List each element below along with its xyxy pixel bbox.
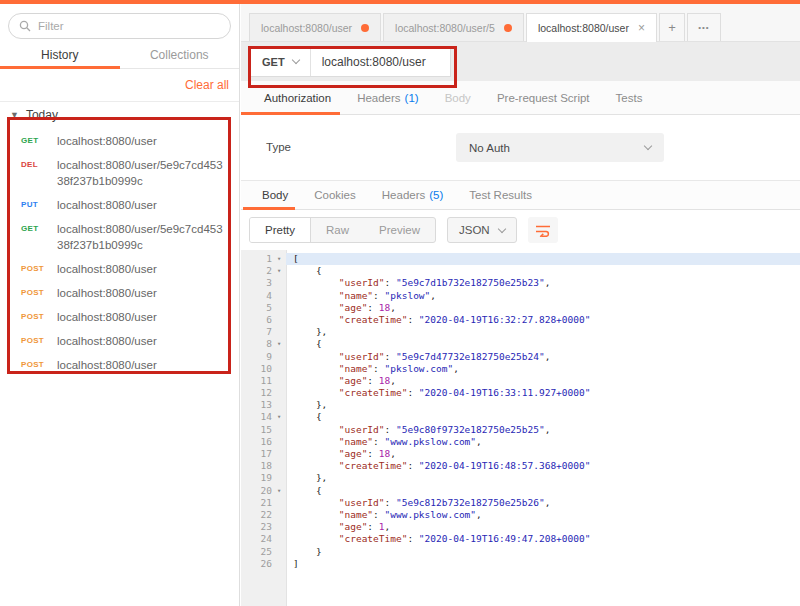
- line-gutter: 26: [241, 558, 286, 570]
- request-tab[interactable]: localhost:8080/user/5: [383, 13, 524, 41]
- request-tab-label: localhost:8080/user/5: [395, 22, 495, 34]
- view-mode-pretty[interactable]: Pretty: [250, 218, 311, 242]
- history-list: GETlocalhost:8080/userDELlocalhost:8080/…: [0, 125, 239, 377]
- more-tabs-button[interactable]: •••: [687, 13, 721, 41]
- token-k: "name": [293, 290, 373, 301]
- tab-history[interactable]: History: [0, 45, 120, 68]
- fold-spacer: [272, 290, 286, 302]
- token-p: {: [293, 338, 322, 349]
- token-n: 18: [379, 302, 390, 313]
- close-icon[interactable]: ×: [638, 22, 645, 34]
- tab-strip: localhost:8080/userlocalhost:8080/user/5…: [241, 4, 800, 42]
- tab-label: Authorization: [264, 92, 331, 104]
- fold-toggle-icon[interactable]: ▾: [272, 411, 286, 423]
- history-item[interactable]: GETlocalhost:8080/user: [0, 129, 239, 153]
- view-mode-group: PrettyRawPreview: [249, 217, 436, 243]
- tab-label: Body: [445, 92, 471, 104]
- line-gutter: 13: [241, 399, 286, 411]
- token-k: "userId": [293, 351, 385, 362]
- history-item[interactable]: DELlocalhost:8080/user/5e9c7cd45338f237b…: [0, 153, 239, 193]
- token-p: :: [385, 277, 396, 288]
- new-tab-button[interactable]: +: [659, 13, 685, 41]
- fold-toggle-icon[interactable]: ▾: [272, 265, 286, 277]
- tab-authorization[interactable]: Authorization: [251, 81, 344, 114]
- line-gutter: 19: [241, 472, 286, 484]
- code-text: {: [286, 411, 800, 423]
- fold-spacer: [272, 558, 286, 570]
- history-item[interactable]: GETlocalhost:8080/user/5e9c7cd45338f237b…: [0, 217, 239, 257]
- fold-toggle-icon[interactable]: ▾: [272, 485, 286, 497]
- method-select[interactable]: GET: [251, 47, 311, 76]
- line-number: 16: [246, 436, 272, 448]
- line-gutter: 12: [241, 387, 286, 399]
- line-number: 18: [246, 460, 272, 472]
- history-item[interactable]: POSTlocalhost:8080/user: [0, 305, 239, 329]
- code-text: "age": 18,: [286, 448, 800, 460]
- tab-headers[interactable]: Headers(5): [369, 181, 457, 209]
- token-s: "5e9c7d47732e182750e25b24": [396, 351, 545, 362]
- tab-test-results[interactable]: Test Results: [456, 181, 545, 209]
- token-p: :: [407, 314, 418, 325]
- history-item[interactable]: POSTlocalhost:8080/user: [0, 257, 239, 281]
- request-tab-label: localhost:8080/user: [261, 22, 352, 34]
- token-p: :: [367, 448, 378, 459]
- tab-pre-request-script[interactable]: Pre-request Script: [484, 81, 603, 114]
- view-mode-raw[interactable]: Raw: [311, 218, 364, 242]
- code-line: 7 },: [241, 326, 800, 338]
- token-p: {: [293, 265, 322, 276]
- auth-section: Type No Auth: [241, 115, 800, 181]
- auth-type-select[interactable]: No Auth: [456, 133, 664, 162]
- request-tab[interactable]: localhost:8080/user×: [526, 13, 657, 42]
- code-text: {: [286, 485, 800, 497]
- history-item[interactable]: POSTlocalhost:8080/user: [0, 353, 239, 377]
- fold-spacer: [272, 326, 286, 338]
- code-line: 26]: [241, 558, 800, 570]
- token-p: :: [385, 497, 396, 508]
- code-text: ]: [286, 558, 800, 570]
- line-number: 11: [246, 375, 272, 387]
- token-p: ,: [390, 302, 396, 313]
- fold-spacer: [272, 424, 286, 436]
- fold-toggle-icon[interactable]: ▾: [272, 338, 286, 350]
- line-gutter: 6: [241, 314, 286, 326]
- code-line: 20▾ {: [241, 485, 800, 497]
- wrap-text-button[interactable]: [528, 217, 558, 243]
- code-text: },: [286, 326, 800, 338]
- fold-toggle-icon[interactable]: ▾: [272, 253, 286, 265]
- url-input[interactable]: [322, 55, 439, 69]
- code-text: "createTime": "2020-04-19T16:33:11.927+0…: [286, 387, 800, 399]
- tab-tests[interactable]: Tests: [603, 81, 656, 114]
- code-editor[interactable]: 1▾[2▾ {3 "userId": "5e9c7d1b732e182750e2…: [241, 250, 800, 606]
- request-tab[interactable]: localhost:8080/user: [249, 13, 381, 41]
- language-select[interactable]: JSON: [447, 217, 517, 243]
- clear-all-link[interactable]: Clear all: [185, 78, 229, 92]
- history-item[interactable]: POSTlocalhost:8080/user: [0, 281, 239, 305]
- tab-collections[interactable]: Collections: [120, 45, 240, 68]
- filter-input[interactable]: [38, 20, 220, 32]
- token-p: ,: [430, 290, 436, 301]
- code-line: 1▾[: [241, 253, 800, 265]
- tab-count-badge: (5): [429, 189, 443, 201]
- tab-body[interactable]: Body: [249, 181, 301, 209]
- wrap-text-icon: [535, 223, 551, 237]
- view-mode-preview[interactable]: Preview: [364, 218, 435, 242]
- code-line: 13 },: [241, 399, 800, 411]
- token-k: "age": [293, 302, 367, 313]
- line-gutter: 1▾: [241, 253, 286, 265]
- token-s: "5e9c7d1b732e182750e25b23": [396, 277, 545, 288]
- token-s: "2020-04-19T16:49:47.208+0000": [419, 533, 591, 544]
- method-badge: POST: [21, 357, 57, 373]
- filter-box[interactable]: [8, 13, 231, 39]
- history-item[interactable]: PUTlocalhost:8080/user: [0, 193, 239, 217]
- tab-headers[interactable]: Headers(1): [344, 81, 432, 114]
- line-gutter: 18: [241, 460, 286, 472]
- line-gutter: 5: [241, 302, 286, 314]
- code-text: "userId": "5e9c7d47732e182750e25b24",: [286, 351, 800, 363]
- history-url: localhost:8080/user: [57, 309, 157, 325]
- tab-cookies[interactable]: Cookies: [301, 181, 369, 209]
- tab-label: Pre-request Script: [497, 92, 590, 104]
- history-group-header[interactable]: ▼ Today: [0, 104, 239, 125]
- line-number: 17: [246, 448, 272, 460]
- history-item[interactable]: POSTlocalhost:8080/user: [0, 329, 239, 353]
- token-p: :: [367, 375, 378, 386]
